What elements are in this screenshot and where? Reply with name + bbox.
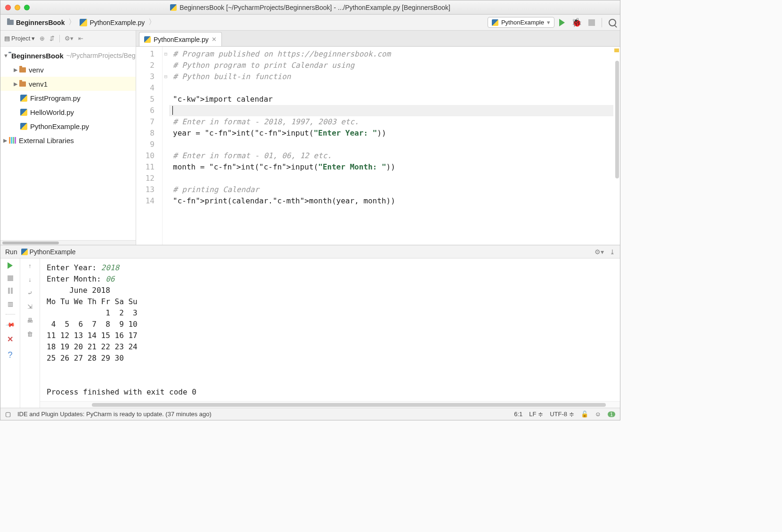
tree-file-helloworld[interactable]: HelloWorld.py bbox=[0, 105, 136, 119]
lock-icon[interactable]: 🔓 bbox=[581, 411, 588, 418]
folder-icon bbox=[7, 20, 14, 25]
sidebar-horizontal-scrollbar[interactable] bbox=[0, 240, 136, 245]
chevron-right-icon: 〉 bbox=[68, 17, 76, 27]
zoom-window-button[interactable] bbox=[24, 5, 30, 10]
console-horizontal-scrollbar[interactable] bbox=[40, 401, 620, 408]
line-separator[interactable]: LF ≑ bbox=[529, 411, 543, 418]
run-tool-window: Run PythonExample ⚙︎▾ ⤓ ▥ 📌 ✕ ? ↑ ↓ ⤶ bbox=[0, 245, 620, 408]
navigation-bar: BeginnersBook 〉 PythonExample.py 〉 Pytho… bbox=[0, 15, 620, 31]
expand-toggle[interactable]: ▶ bbox=[14, 67, 19, 73]
console-output[interactable]: Enter Year: 2018 Enter Month: 06 June 20… bbox=[40, 258, 620, 401]
rerun-button[interactable] bbox=[8, 262, 13, 269]
soft-wrap-button[interactable]: ⤶ bbox=[27, 290, 33, 297]
tree-file-firstprogram[interactable]: FirstProgram.py bbox=[0, 91, 136, 105]
editor-tab-bar: PythonExample.py ✕ bbox=[136, 31, 620, 47]
window-title: BeginnersBook [~/PycharmProjects/Beginne… bbox=[179, 4, 450, 11]
chevron-down-icon: ▾ bbox=[32, 35, 35, 42]
fold-column[interactable]: ⊟⊟ bbox=[163, 47, 169, 245]
hector-icon[interactable]: ☺ bbox=[595, 411, 601, 418]
tree-root-path: ~/PycharmProjects/BeginnersBook bbox=[66, 52, 136, 59]
download-icon[interactable]: ⤓ bbox=[610, 248, 615, 256]
status-message[interactable]: IDE and Plugin Updates: PyCharm is ready… bbox=[17, 411, 507, 418]
minimize-window-button[interactable] bbox=[15, 5, 20, 10]
folder-icon bbox=[19, 81, 26, 87]
expand-toggle[interactable]: ▼ bbox=[3, 53, 8, 58]
editor-tab[interactable]: PythonExample.py ✕ bbox=[139, 32, 222, 46]
status-bar: ▢ IDE and Plugin Updates: PyCharm is rea… bbox=[0, 408, 620, 420]
titlebar: BeginnersBook [~/PycharmProjects/Beginne… bbox=[0, 0, 620, 15]
close-window-button[interactable] bbox=[5, 5, 11, 10]
help-button[interactable]: ? bbox=[8, 350, 12, 360]
tree-file-pythonexample[interactable]: PythonExample.py bbox=[0, 119, 136, 133]
tree-item-label: PythonExample.py bbox=[30, 122, 89, 130]
libraries-icon bbox=[9, 137, 16, 144]
error-stripe[interactable] bbox=[613, 47, 620, 245]
event-count-badge[interactable]: 1 bbox=[608, 411, 615, 417]
code-editor[interactable]: 1234567891011121314 ⊟⊟ # Program publish… bbox=[136, 47, 620, 245]
run-config-label: PythonExample bbox=[501, 19, 544, 26]
tree-item-label: FirstProgram.py bbox=[30, 94, 81, 102]
tool-window-toggle-icon[interactable]: ▢ bbox=[5, 411, 11, 418]
project-view-selector[interactable]: ▤ Project ▾ bbox=[4, 35, 35, 42]
settings-gear-icon[interactable]: ⚙︎▾ bbox=[65, 35, 73, 42]
python-file-icon bbox=[80, 19, 87, 26]
chevron-right-icon: 〉 bbox=[148, 17, 156, 27]
tree-item-label: venv bbox=[29, 66, 44, 74]
python-icon bbox=[21, 249, 28, 255]
collapse-all-icon[interactable]: ⇵ bbox=[49, 35, 55, 42]
stop-button[interactable] bbox=[588, 19, 595, 26]
folder-icon bbox=[19, 67, 26, 73]
tree-folder-venv1[interactable]: ▶ venv1 bbox=[0, 77, 136, 91]
breadcrumb-file[interactable]: PythonExample.py bbox=[77, 19, 147, 26]
run-button[interactable] bbox=[559, 19, 565, 26]
breadcrumb-project-label: BeginnersBook bbox=[16, 19, 65, 26]
trash-icon[interactable]: 🗑 bbox=[27, 330, 33, 338]
run-panel-label: Run bbox=[5, 248, 17, 256]
python-file-icon bbox=[20, 109, 27, 116]
pause-button[interactable] bbox=[8, 288, 13, 294]
warning-marker[interactable] bbox=[614, 48, 619, 52]
tree-folder-venv[interactable]: ▶ venv bbox=[0, 63, 136, 77]
stop-button[interactable] bbox=[8, 275, 13, 281]
tree-external-libraries[interactable]: ▶ External Libraries bbox=[0, 133, 136, 147]
debug-button[interactable]: 🐞 bbox=[571, 17, 582, 28]
console-actions-column: ↑ ↓ ⤶ ⇲ 🖶 🗑 bbox=[20, 258, 40, 408]
layout-button[interactable]: ▥ bbox=[8, 300, 13, 307]
hide-icon[interactable]: ⇤ bbox=[78, 35, 83, 42]
python-file-icon bbox=[144, 36, 151, 43]
tree-root[interactable]: ▼ BeginnersBook ~/PycharmProjects/Beginn… bbox=[0, 48, 136, 63]
python-icon bbox=[492, 19, 498, 26]
close-tab-button[interactable]: ✕ bbox=[212, 36, 217, 43]
python-file-icon bbox=[20, 95, 27, 102]
run-actions-column: ▥ 📌 ✕ ? bbox=[0, 258, 20, 408]
editor-scrollbar-thumb[interactable] bbox=[615, 61, 619, 178]
close-tab-button[interactable]: ✕ bbox=[7, 335, 13, 344]
pin-tab-button[interactable]: 📌 bbox=[5, 320, 16, 330]
run-configuration-selector[interactable]: PythonExample ▾ bbox=[488, 17, 554, 28]
scroll-up-button[interactable]: ↑ bbox=[28, 262, 32, 269]
settings-gear-icon[interactable]: ⚙︎▾ bbox=[595, 248, 604, 256]
chevron-down-icon: ▾ bbox=[547, 19, 550, 26]
breadcrumb-file-label: PythonExample.py bbox=[90, 19, 145, 26]
scroll-from-source-icon[interactable]: ⊕ bbox=[40, 35, 45, 42]
run-panel-config: PythonExample bbox=[30, 248, 76, 256]
search-everywhere-button[interactable] bbox=[609, 19, 616, 26]
caret-position[interactable]: 6:1 bbox=[514, 411, 522, 418]
tree-root-label: BeginnersBook bbox=[11, 52, 64, 60]
tree-item-label: venv1 bbox=[29, 80, 48, 88]
layout-icon: ▤ bbox=[4, 35, 10, 42]
scroll-to-end-button[interactable]: ⇲ bbox=[27, 303, 33, 310]
expand-toggle[interactable]: ▶ bbox=[3, 137, 9, 144]
tree-item-label: HelloWorld.py bbox=[30, 108, 74, 116]
print-button[interactable]: 🖶 bbox=[27, 317, 33, 324]
file-encoding[interactable]: UTF-8 ≑ bbox=[550, 411, 574, 418]
tree-item-label: External Libraries bbox=[19, 137, 74, 145]
breadcrumb-project[interactable]: BeginnersBook bbox=[4, 19, 67, 26]
python-file-icon bbox=[20, 123, 27, 130]
expand-toggle[interactable]: ▶ bbox=[14, 81, 19, 87]
scroll-down-button[interactable]: ↓ bbox=[28, 276, 32, 283]
project-panel-label: Project bbox=[11, 35, 30, 42]
editor-tab-label: PythonExample.py bbox=[154, 36, 209, 43]
project-tool-window: ▤ Project ▾ ⊕ ⇵ ⚙︎▾ ⇤ ▼ BeginnersBook ~/… bbox=[0, 31, 136, 245]
line-number-gutter: 1234567891011121314 bbox=[136, 47, 163, 245]
